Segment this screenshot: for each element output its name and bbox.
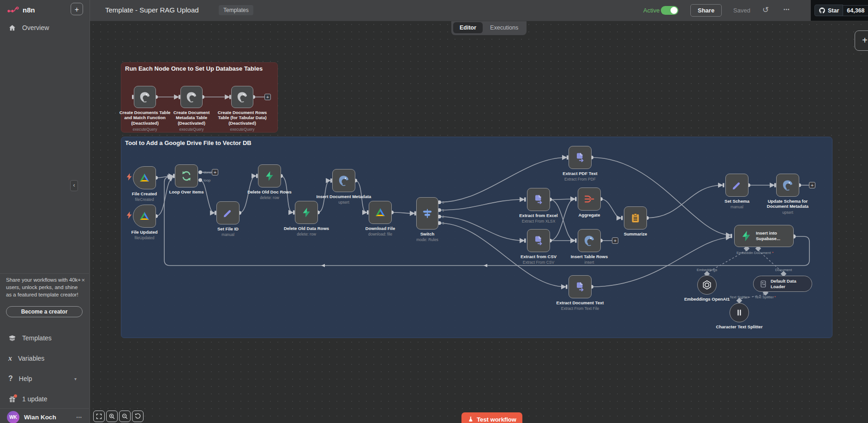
history-icon[interactable]: ↺ <box>762 5 769 15</box>
node-name: Aggregate <box>561 212 618 218</box>
node-update-schema[interactable]: Update Schema for Document Metadataupser… <box>776 174 799 197</box>
open-nodes-panel-button[interactable]: + <box>855 30 868 51</box>
notification-dot <box>14 394 17 398</box>
github-star-button[interactable]: Star <box>814 5 843 16</box>
node-name: Loop Over Items <box>158 189 215 194</box>
node-create-document-metadata-table[interactable]: Create Document Metadata Table(Deactivat… <box>180 86 203 108</box>
test-workflow-label: Test workflow <box>477 416 516 423</box>
loop-icon <box>180 170 192 182</box>
become-creator-button[interactable]: Become a creator <box>6 306 83 317</box>
required-mark: * <box>772 251 773 255</box>
active-toggle[interactable] <box>661 6 678 15</box>
test-workflow-button[interactable]: Test workflow <box>461 412 522 423</box>
supabase-icon <box>301 207 312 218</box>
node-name: Insert into Supabase... <box>756 230 786 242</box>
node-name: File Updated <box>116 230 173 235</box>
workflow-title[interactable]: Template - Super RAG Upload <box>105 6 199 14</box>
sidebar-item-updates[interactable]: 1 update <box>0 393 90 405</box>
more-options-icon[interactable]: ••• <box>784 7 790 12</box>
postgres-icon <box>782 179 794 191</box>
required-mark: * <box>774 295 776 299</box>
sidebar-collapse-handle[interactable]: ‹ <box>70 180 78 191</box>
creator-banner: Share your workflows with 40k+ users, un… <box>0 276 90 298</box>
postgres-icon <box>338 175 350 187</box>
node-download-file[interactable]: Download Filedownload: file <box>369 201 392 224</box>
active-label: Active <box>643 7 659 14</box>
node-extract-from-excel[interactable]: Extract from ExcelExtract From XLSX <box>527 188 550 211</box>
node-name: Insert Document Metadata <box>315 194 372 199</box>
node-insert-table-rows[interactable]: Insert Table Rowsinsert <box>578 229 601 252</box>
add-node-plus[interactable]: + <box>809 182 815 188</box>
node-insert-document-metadata[interactable]: Insert Document Metadataupsert <box>332 169 355 192</box>
summarize-icon <box>630 212 641 224</box>
n8n-logo[interactable]: n8n <box>6 4 35 15</box>
node-file-updated[interactable]: File UpdatedfileUpdated <box>133 205 156 228</box>
node-file-created[interactable]: File CreatedfileCreated <box>133 166 156 189</box>
switch-icon <box>421 207 433 219</box>
node-create-documents-table[interactable]: Create Documents Table and Match Functio… <box>134 86 156 108</box>
node-name: Create Document Metadata Table <box>164 110 219 121</box>
user-more-icon[interactable]: ••• <box>77 415 82 420</box>
trigger-bolt-icon <box>126 212 132 219</box>
node-extract-document-text[interactable]: Extract Document TextExtract From Text F… <box>569 275 592 298</box>
share-button[interactable]: Share <box>690 4 722 17</box>
sidebar-item-overview[interactable]: Overview <box>0 21 90 34</box>
node-character-text-splitter[interactable]: Character Text Splitter <box>730 303 749 322</box>
node-extract-from-csv[interactable]: Extract from CSVExtract From CSV <box>527 229 550 252</box>
node-subtitle: manual <box>199 232 257 237</box>
node-extract-pdf-text[interactable]: Extract PDF TextExtract From PDF <box>569 146 592 169</box>
chevron-down-icon: ▾ <box>74 376 77 381</box>
trigger-bolt-icon <box>126 173 132 181</box>
sidebar-item-variables[interactable]: x Variables <box>0 352 90 365</box>
zoom-in-button[interactable] <box>106 411 118 422</box>
add-node-plus[interactable]: + <box>264 94 271 100</box>
node-set-schema[interactable]: Set Schemamanual <box>725 174 748 197</box>
node-insert-into-supabase[interactable]: Insert into Supabase... <box>734 225 794 247</box>
user-name: Wian Koch <box>24 414 56 421</box>
close-icon[interactable]: × <box>81 276 85 284</box>
node-summarize[interactable]: Summarize <box>624 206 647 230</box>
node-delete-old-doc-rows[interactable]: Delete Old Doc Rowsdelete: row <box>258 164 281 187</box>
postgres-icon <box>236 91 248 103</box>
text-splitter-icon <box>734 308 744 318</box>
new-workflow-button[interactable]: + <box>71 3 83 15</box>
connections-layer: done loop 0 1 2 3 Embeddings Document Em… <box>90 21 868 423</box>
node-name: Extract Document Text <box>551 300 609 305</box>
github-widget[interactable]: Star 64,368 <box>811 0 868 21</box>
tab-executions[interactable]: Executions <box>484 22 525 33</box>
node-name: Delete Old Doc Rows <box>241 189 298 194</box>
zoom-out-button[interactable] <box>119 411 131 422</box>
node-subtitle: delete: row <box>241 195 298 200</box>
node-aggregate[interactable]: Aggregate <box>578 187 601 211</box>
tab-editor[interactable]: Editor <box>453 22 483 33</box>
sidebar-item-templates[interactable]: Templates <box>0 332 90 344</box>
pencil-icon <box>731 180 742 191</box>
port-label-1: 1 <box>442 208 444 212</box>
node-subtitle: insert <box>561 260 618 265</box>
add-node-plus[interactable]: + <box>612 237 618 244</box>
port-label-embeddings: Embeddings <box>697 268 717 272</box>
node-delete-old-data-rows[interactable]: Delete Old Data Rowsdelete: row <box>295 201 318 224</box>
variables-icon: x <box>8 354 12 363</box>
node-embeddings-openai[interactable]: Embeddings OpenAI1 <box>697 275 717 295</box>
node-switch[interactable]: Switchmode: Rules <box>416 197 438 230</box>
github-icon <box>819 7 826 14</box>
zoom-to-fit-button[interactable] <box>93 411 105 422</box>
node-default-data-loader[interactable]: Default Data Loader <box>753 276 812 292</box>
saved-status: Saved <box>733 7 750 14</box>
google-drive-icon <box>375 207 386 218</box>
port-label-3: 3 <box>442 221 444 225</box>
extract-file-icon <box>575 281 586 292</box>
workflow-canvas[interactable]: Editor Executions Run Each Node Once to … <box>90 21 868 423</box>
reset-zoom-button[interactable] <box>132 411 144 422</box>
creator-banner-text: Share your workflows with 40k+ users, un… <box>6 277 81 297</box>
node-set-file-id[interactable]: Set File IDmanual <box>216 201 239 224</box>
user-menu[interactable]: WK Wian Koch ••• <box>0 411 90 423</box>
node-create-document-rows-table[interactable]: Create Document Rows Table (for Tabular … <box>231 86 253 108</box>
n8n-app: { "header": { "title": "Template - Super… <box>0 0 868 423</box>
node-loop-over-items[interactable]: Loop Over Items <box>175 164 198 187</box>
extract-file-icon <box>533 194 544 205</box>
sidebar-item-help[interactable]: ? Help ▾ <box>0 372 90 385</box>
add-node-plus[interactable]: + <box>212 169 218 175</box>
templates-badge: Templates <box>219 5 253 15</box>
